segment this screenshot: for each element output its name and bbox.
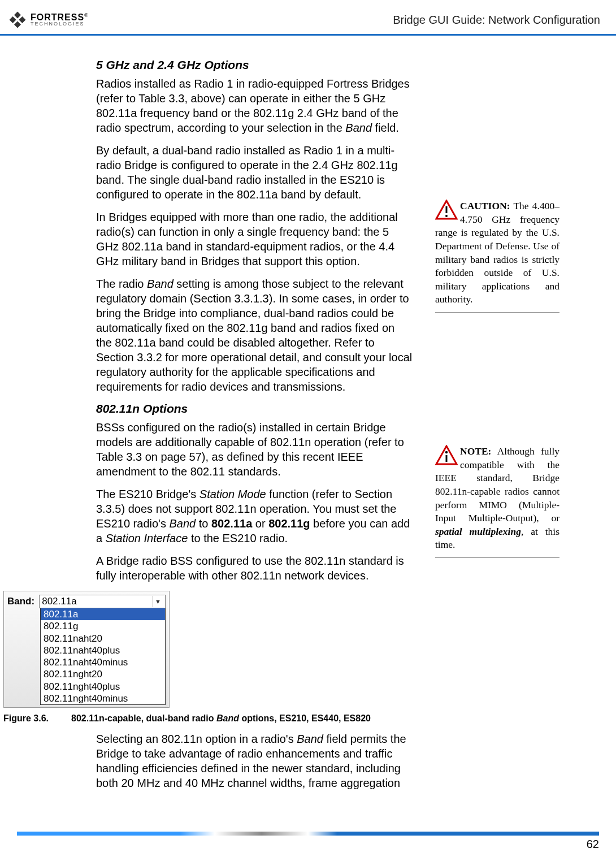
logo-diamond-icon [8,10,27,29]
figure-caption: Figure 3.6. 802.11n-capable, dual-band r… [3,713,413,724]
band-option[interactable]: 802.11nght40plus [41,681,165,693]
section-heading-5ghz: 5 GHz and 2.4 GHz Options [96,58,413,72]
figure-caption-text: 802.11n-capable, dual-band radio Band op… [71,713,371,724]
band-option[interactable]: 802.11g [41,620,165,632]
header-title: Bridge GUI Guide: Network Configuration [393,14,600,27]
paragraph: In Bridges equipped with more than one r… [96,210,413,269]
figure-number: Figure 3.6. [3,713,71,724]
paragraph: Selecting an 802.11n option in a radio's… [96,732,413,790]
svg-rect-1 [19,16,25,23]
svg-point-6 [445,215,448,217]
paragraph: Radios installed as Radio 1 in radio-equ… [96,76,413,135]
band-option[interactable]: 802.11naht40plus [41,644,165,656]
paragraph: By default, a dual-band radio installed … [96,143,413,202]
note-callout: NOTE: Although fully compatible with the… [435,445,559,558]
paragraph: The ES210 Bridge's Station Mode function… [96,487,413,546]
paragraph: BSSs configured on the radio(s) installe… [96,420,413,479]
combo-field-row: Band: 802.11a ▼ [7,595,166,608]
logo-line2: TECHNOLOGIES [31,21,88,27]
band-option[interactable]: 802.11nght20 [41,668,165,680]
band-option[interactable]: 802.11a [41,608,165,620]
band-option-list: 802.11a 802.11g 802.11naht20 802.11naht4… [40,608,166,705]
page-header: FORTRESS® TECHNOLOGIES Bridge GUI Guide:… [0,0,616,36]
caution-callout: CAUTION: The 4.400–4.750 GHz frequency r… [435,200,559,313]
figure-block: Band: 802.11a ▼ 802.11a 802.11g 802.11na… [3,591,413,724]
svg-rect-2 [10,16,16,23]
band-option[interactable]: 802.11naht40minus [41,656,165,668]
page-content: 5 GHz and 2.4 GHz Options Radios install… [0,36,616,798]
paragraph: A Bridge radio BSS configured to use the… [96,553,413,583]
note-emphasis: spatial multiplexing [435,526,521,537]
page-footer: 62 [17,832,599,851]
note-label: NOTE: [460,445,491,457]
band-option[interactable]: 802.11nght40minus [41,693,165,704]
page-number: 62 [17,838,599,851]
svg-point-8 [445,451,448,453]
paragraph: The radio Band setting is among those su… [96,276,413,394]
section-heading-80211n: 802.11n Options [96,402,413,416]
caution-label: CAUTION: [460,200,510,211]
band-combobox: Band: 802.11a ▼ 802.11a 802.11g 802.11na… [3,591,170,708]
band-option[interactable]: 802.11naht20 [41,633,165,644]
main-column: 5 GHz and 2.4 GHz Options Radios install… [96,58,413,798]
info-icon [435,445,458,465]
band-select[interactable]: 802.11a ▼ [39,595,166,608]
dropdown-arrow-icon[interactable]: ▼ [153,596,163,607]
warning-icon [435,200,458,220]
band-label: Band: [7,596,34,607]
footer-rule [17,832,599,836]
logo: FORTRESS® TECHNOLOGIES [8,10,88,29]
svg-rect-0 [14,12,21,19]
logo-line1: FORTRESS® [31,13,88,21]
side-column: CAUTION: The 4.400–4.750 GHz frequency r… [435,58,559,798]
band-selected-value: 802.11a [42,596,76,607]
logo-text: FORTRESS® TECHNOLOGIES [31,13,88,27]
svg-rect-3 [14,21,21,28]
